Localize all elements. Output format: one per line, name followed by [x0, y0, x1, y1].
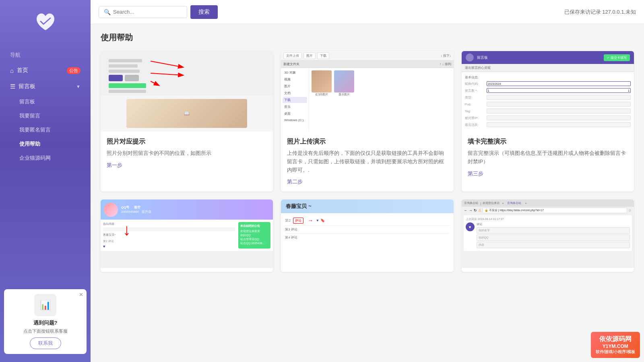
help-desc: 点击下面按钮联系客服 [9, 328, 82, 334]
sidebar-item-help[interactable]: 使用帮助 [4, 137, 87, 151]
card3-step[interactable]: 第三步 [468, 170, 628, 177]
watermark-sub: 软件/游戏/小程序/模板 [596, 349, 635, 355]
card3-body: 填卡完整演示 留言完整演示（可填图名信息,至于违规图片或人物将会被删除留言卡封禁… [462, 132, 634, 183]
watermark-site: 依依源码网 [596, 335, 635, 343]
card1-desc: 照片分别对照留言卡的不同的位置，如图所示 [107, 149, 267, 158]
card1-body: 照片对应提示 照片分别对照留言卡的不同的位置，如图所示 第一步 [101, 132, 273, 175]
home-icon: ⌂ [10, 67, 14, 74]
card2-title: 照片上传演示 [287, 138, 447, 146]
card1-image: 📖 [101, 51, 273, 132]
main-area: 🔍 搜索 已保存来访记录 127.0.0.1,未知 使用帮助 [91, 0, 644, 362]
visit-record: 已保存来访记录 127.0.0.1,未知 [564, 8, 636, 16]
contact-button[interactable]: 联系我 [30, 337, 61, 349]
nav-section: 导航 ⌂ 首页 公告 ☰ 留言板 ▼ 留言板 我要留言 我要匿名留言 使用帮助 … [0, 48, 91, 165]
card1-title: 照片对应提示 [107, 138, 267, 146]
search-button[interactable]: 搜索 [190, 5, 218, 19]
sidebar-item-home[interactable]: ⌂ 首页 公告 [4, 63, 87, 78]
card3-title: 填卡完整演示 [468, 138, 628, 146]
search-container: 🔍 搜索 [99, 5, 564, 19]
page-title: 使用帮助 [101, 32, 634, 43]
sidebar-item-enterprise[interactable]: 企业猫源码网 [4, 151, 87, 165]
sidebar-item-my-message[interactable]: 我要留言 [4, 109, 87, 123]
help-box: ✕ 📊 遇到问题? 点击下面按钮联系客服 联系我 [4, 289, 87, 354]
bottom-card1-image: QQ号 蒸空 2006545860 提升值 告白内容 害羞宝贝~ 第2 评论 [101, 200, 273, 268]
content-area: 使用帮助 [91, 24, 644, 362]
watermark-domain: Y1YM.COM [596, 343, 635, 349]
bottom-card-1: QQ号 蒸空 2006545860 提升值 告白内容 害羞宝贝~ 第2 评论 [101, 200, 273, 272]
search-icon: 🔍 [104, 9, 111, 15]
chevron-down-icon: ▼ [76, 84, 80, 89]
help-title: 遇到问题? [9, 319, 82, 327]
sidebar-item-message-board-parent[interactable]: ☰ 留言板 ▼ [4, 79, 87, 94]
bottom-card3-image: 京淘条台站 | 欢迎您位来访 × 京淘条台站 + ← → ↻ ⚠ [462, 200, 634, 268]
card-photo-upload: 文件上传 图片 下载 ↓ 按下↓ 新建文件夹 ↑ ↓ 排列 3D 对象 [281, 51, 453, 191]
card3-image: 留言板 ✓ 提交卡填写 退出留言的心灵呢 基本信息: 昵称代码: 2023/20… [462, 51, 634, 132]
card2-desc: 上传是没有先后顺序的，下面的仅仅只是获取链接的工具并不会影响留言卡，只需如图，上… [287, 149, 447, 174]
help-close-button[interactable]: ✕ [79, 292, 83, 298]
nav-label: 导航 [4, 48, 87, 62]
card1-step[interactable]: 第一步 [107, 162, 267, 169]
card3-desc: 留言完整演示（可填图名信息,至于违规图片或人物将会被删除留言卡封禁IP） [468, 149, 628, 166]
logo [31, 8, 60, 36]
sidebar: 导航 ⌂ 首页 公告 ☰ 留言板 ▼ 留言板 我要留言 我要匿名留言 使用帮助 … [0, 0, 91, 362]
cards-grid: 📖 照片对应提示 照片分别对照留言卡的不同的位置，如图所示 第一步 文件上传 [101, 51, 634, 191]
search-input[interactable] [113, 9, 182, 15]
card2-step[interactable]: 第二步 [287, 178, 447, 185]
card2-image: 文件上传 图片 下载 ↓ 按下↓ 新建文件夹 ↑ ↓ 排列 3D 对象 [281, 51, 453, 132]
bottom-cards-grid: QQ号 蒸空 2006545860 提升值 告白内容 害羞宝贝~ 第2 评论 [101, 200, 634, 272]
watermark: 依依源码网 Y1YM.COM 软件/游戏/小程序/模板 [591, 332, 640, 358]
sidebar-item-anonymous[interactable]: 我要匿名留言 [4, 123, 87, 137]
bottom-card-2: 春藤宝贝 ~ 第2 评论 → ♥ 🔖 第3 评论 第4 评论 [281, 200, 453, 272]
card2-body: 照片上传演示 上传是没有先后顺序的，下面的仅仅只是获取链接的工具并不会影响留言卡… [281, 132, 453, 191]
card-fill-demo: 留言板 ✓ 提交卡填写 退出留言的心灵呢 基本信息: 昵称代码: 2023/20… [462, 51, 634, 191]
help-icon: 📊 [34, 294, 56, 316]
list-icon: ☰ [10, 83, 15, 90]
home-badge: 公告 [67, 67, 80, 74]
bottom-card-3: 京淘条台站 | 欢迎您位来访 × 京淘条台站 + ← → ↻ ⚠ [462, 200, 634, 272]
card3-logo-icon [466, 53, 474, 62]
card-photo-hint: 📖 照片对应提示 照片分别对照留言卡的不同的位置，如图所示 第一步 [101, 51, 273, 191]
search-input-wrap: 🔍 [99, 6, 187, 18]
bottom-card2-image: 春藤宝贝 ~ 第2 评论 → ♥ 🔖 第3 评论 第4 评论 [281, 200, 453, 268]
header: 🔍 搜索 已保存来访记录 127.0.0.1,未知 [91, 0, 644, 24]
sidebar-item-board[interactable]: 留言板 [4, 95, 87, 109]
sidebar-submenu: 留言板 我要留言 我要匿名留言 使用帮助 企业猫源码网 [4, 95, 87, 165]
